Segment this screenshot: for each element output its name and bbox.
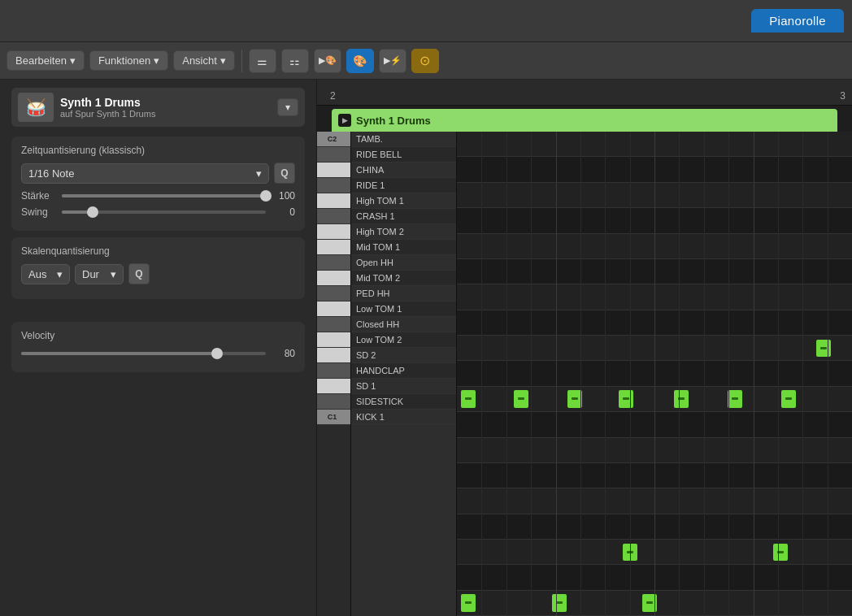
palette-btn[interactable]: 🎨 bbox=[346, 49, 374, 73]
drum-label-china: CHINA bbox=[351, 163, 456, 178]
black-key bbox=[317, 178, 350, 193]
grid-row-11[interactable] bbox=[457, 412, 852, 437]
grid-row-5[interactable] bbox=[457, 259, 852, 284]
black-key bbox=[317, 317, 350, 332]
grid-row-3[interactable] bbox=[457, 208, 852, 233]
white-key bbox=[317, 348, 350, 363]
bearbeiten-menu[interactable]: Bearbeiten ▾ bbox=[7, 50, 85, 71]
note-block[interactable] bbox=[642, 594, 657, 611]
velocity-slider[interactable] bbox=[21, 352, 266, 355]
note-block[interactable] bbox=[552, 594, 567, 611]
white-key bbox=[317, 301, 350, 317]
aus-select[interactable]: Aus ▾ bbox=[21, 264, 70, 284]
grid-row-4[interactable] bbox=[457, 234, 852, 259]
arrow-filter-btn[interactable]: ▶⚡ bbox=[379, 49, 406, 73]
grid-row-18[interactable] bbox=[457, 591, 852, 616]
skalen-q-button[interactable]: Q bbox=[128, 263, 150, 284]
piano-roll-area: 2 3 ▶ Synth 1 Drums C2 bbox=[317, 80, 852, 616]
chevron-down-icon: ▾ bbox=[70, 54, 76, 67]
swing-row: Swing 0 bbox=[21, 206, 295, 218]
grid-row-15[interactable] bbox=[457, 514, 852, 540]
region-play-btn[interactable]: ▶ bbox=[338, 114, 351, 127]
note-block[interactable] bbox=[567, 390, 582, 407]
note-block[interactable] bbox=[781, 390, 796, 407]
chevron-down-icon: ▾ bbox=[256, 167, 262, 180]
pianorolle-tab[interactable]: Pianorolle bbox=[751, 9, 844, 33]
drum-label-mid-tom-2: Mid TOM 2 bbox=[351, 271, 456, 286]
note-block[interactable] bbox=[816, 340, 831, 357]
instrument-name: Synth 1 Drums bbox=[60, 96, 271, 109]
left-panel: 🥁 Synth 1 Drums auf Spur Synth 1 Drums ▾… bbox=[0, 80, 317, 616]
skalenquantisierung-section: Skalenquantisierung Aus ▾ Dur ▾ Q bbox=[11, 237, 305, 299]
drum-label-tamb.: TAMB. bbox=[351, 132, 456, 147]
list-icon-btn[interactable]: ⚏ bbox=[281, 49, 309, 73]
drum-label-sd-2: SD 2 bbox=[351, 348, 456, 363]
drum-label-ride-1: RIDE 1 bbox=[351, 178, 456, 193]
starke-label: Stärke bbox=[21, 190, 55, 202]
instrument-dropdown-btn[interactable]: ▾ bbox=[277, 98, 298, 116]
c2-label: C2 bbox=[317, 132, 350, 147]
dur-select[interactable]: Dur ▾ bbox=[75, 264, 124, 284]
starke-slider[interactable] bbox=[62, 194, 266, 197]
q-button[interactable]: Q bbox=[274, 163, 295, 184]
zeitquantisierung-title: Zeitquantisierung (klassisch) bbox=[21, 145, 295, 156]
grid-row-14[interactable] bbox=[457, 488, 852, 514]
note-select[interactable]: 1/16 Note ▾ bbox=[21, 163, 269, 184]
main-layout: 🥁 Synth 1 Drums auf Spur Synth 1 Drums ▾… bbox=[0, 80, 852, 616]
white-key bbox=[317, 163, 350, 178]
drum-label-kick-1: KICK 1 bbox=[351, 410, 456, 425]
forward-palette-btn[interactable]: ▶🎨 bbox=[314, 49, 341, 73]
note-block[interactable] bbox=[461, 390, 476, 407]
grid-row-17[interactable] bbox=[457, 565, 852, 590]
drum-label-sd-1: SD 1 bbox=[351, 379, 456, 394]
grid-area[interactable] bbox=[457, 132, 852, 616]
swing-value: 0 bbox=[272, 206, 295, 218]
drum-label-ride-bell: RIDE BELL bbox=[351, 147, 456, 163]
grid-row-6[interactable] bbox=[457, 284, 852, 310]
white-key bbox=[317, 224, 350, 240]
grid-row-16[interactable] bbox=[457, 540, 852, 565]
note-block[interactable] bbox=[728, 390, 742, 407]
drum-label-ped-hh: PED HH bbox=[351, 286, 456, 301]
grid-row-2[interactable] bbox=[457, 183, 852, 208]
roll-content: C2 C1 TAMB. bbox=[317, 132, 852, 616]
title-bar: Pianorolle bbox=[0, 0, 852, 42]
grid-row-7[interactable] bbox=[457, 310, 852, 336]
swing-thumb[interactable] bbox=[87, 206, 98, 218]
note-block[interactable] bbox=[773, 544, 788, 561]
note-block[interactable] bbox=[674, 390, 689, 407]
white-key bbox=[317, 379, 350, 394]
starke-thumb[interactable] bbox=[260, 190, 272, 202]
zeitquantisierung-section: Zeitquantisierung (klassisch) 1/16 Note … bbox=[11, 137, 305, 231]
note-block[interactable] bbox=[514, 390, 528, 407]
grid-row-0[interactable] bbox=[457, 132, 852, 157]
drum-label-handclap: HANDCLAP bbox=[351, 363, 456, 379]
funktionen-menu[interactable]: Funktionen ▾ bbox=[89, 50, 168, 71]
note-block[interactable] bbox=[623, 544, 637, 561]
skalenquantisierung-title: Skalenquantisierung bbox=[21, 245, 295, 257]
velocity-thumb[interactable] bbox=[211, 348, 223, 359]
starke-fill bbox=[62, 194, 266, 197]
note-block[interactable] bbox=[461, 594, 476, 611]
grid-row-1[interactable] bbox=[457, 157, 852, 182]
grid-row-10[interactable] bbox=[457, 387, 852, 412]
velocity-fill bbox=[21, 352, 217, 355]
swing-slider[interactable] bbox=[62, 210, 266, 214]
link-btn[interactable]: ⊙ bbox=[411, 49, 439, 73]
grid-row-12[interactable] bbox=[457, 438, 852, 463]
chevron-down-icon: ▾ bbox=[111, 268, 116, 280]
white-key bbox=[317, 332, 350, 348]
toolbar: Bearbeiten ▾ Funktionen ▾ Ansicht ▾ ⚌ ⚏ … bbox=[0, 42, 852, 80]
grid-row-8[interactable] bbox=[457, 336, 852, 361]
black-key bbox=[317, 209, 350, 224]
instrument-sub: auf Spur Synth 1 Drums bbox=[60, 109, 271, 119]
timeline-header: 2 3 bbox=[317, 80, 852, 106]
note-block[interactable] bbox=[619, 390, 633, 407]
starke-row: Stärke 100 bbox=[21, 190, 295, 202]
grid-row-9[interactable] bbox=[457, 361, 852, 386]
drum-label-low-tom-2: Low TOM 2 bbox=[351, 332, 456, 348]
ansicht-menu[interactable]: Ansicht ▾ bbox=[173, 50, 235, 71]
mixer-icon-btn[interactable]: ⚌ bbox=[249, 49, 276, 73]
starke-value: 100 bbox=[272, 190, 295, 202]
grid-row-13[interactable] bbox=[457, 463, 852, 488]
